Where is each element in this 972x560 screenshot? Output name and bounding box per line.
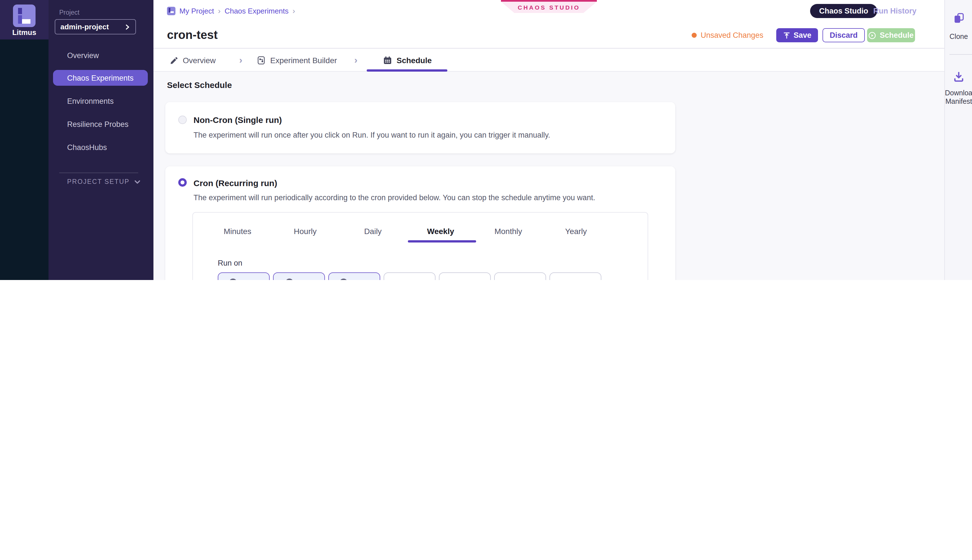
status-badge: Unsaved Changes	[701, 31, 763, 40]
freq-tab-monthly[interactable]: Monthly	[474, 220, 542, 242]
save-button[interactable]: Save	[776, 28, 818, 42]
cron-description: The experiment will run periodically acc…	[193, 193, 595, 202]
chevron-down-icon	[134, 178, 140, 185]
clone-label: Clone	[945, 33, 972, 41]
freq-tab-weekly[interactable]: Weekly	[407, 220, 474, 242]
breadcrumb-chaos-experiments[interactable]: Chaos Experiments	[225, 7, 288, 15]
chevron-right-icon	[125, 24, 130, 30]
check-circle-icon	[228, 278, 237, 280]
cron-radio[interactable]	[178, 178, 187, 187]
clone-button[interactable]	[945, 12, 972, 26]
schedule-button[interactable]: Schedule	[867, 28, 915, 42]
check-circle-icon	[339, 278, 348, 280]
day-button-sun[interactable]: SUN	[549, 272, 601, 280]
download-manifest-label: Download Manifest	[945, 89, 972, 105]
cron-title: Cron (Recurring run)	[193, 178, 277, 188]
builder-icon	[257, 56, 266, 65]
banner-label: CHAOS STUDIO	[501, 2, 597, 13]
tab-schedule[interactable]: Schedule	[383, 49, 432, 72]
project-select[interactable]: admin-project	[55, 19, 136, 34]
weekday-picker: MON TUE WED THU FRI SAT SUN	[218, 272, 601, 280]
breadcrumb-my-project[interactable]: My Project	[179, 7, 214, 15]
sidebar-divider	[59, 173, 138, 173]
left-rail: Litmus A ADMIN	[0, 0, 48, 280]
chaos-studio-toggle[interactable]: Chaos Studio	[810, 4, 877, 18]
sidebar-item-environments[interactable]: Environments	[48, 92, 153, 109]
breadcrumb-separator: ›	[292, 6, 295, 15]
project-setup-label: PROJECT SETUP	[67, 178, 130, 185]
tab-experiment-builder[interactable]: Experiment Builder	[257, 49, 337, 72]
right-action-rail: Clone Download Manifest	[944, 0, 972, 280]
breadcrumb: My Project › Chaos Experiments ›	[167, 6, 295, 15]
unsaved-changes-status: Unsaved Changes	[692, 28, 763, 42]
rail-divider	[949, 54, 972, 55]
breadcrumb-separator: ›	[218, 6, 220, 15]
sidebar: Project admin-project Overview Chaos Exp…	[48, 0, 153, 280]
pencil-icon	[170, 56, 178, 65]
non-cron-title: Non-Cron (Single run)	[193, 115, 282, 125]
freq-tab-daily[interactable]: Daily	[339, 220, 407, 242]
active-tab-underline	[367, 69, 447, 72]
page-title: cron-test	[167, 28, 218, 42]
run-history-link[interactable]: Run History	[873, 7, 917, 15]
litmus-logo-label: Litmus	[0, 28, 48, 37]
freq-tab-minutes[interactable]: Minutes	[203, 220, 271, 242]
experiment-step-tabs: Overview › Experiment Builder › Schedule	[153, 49, 944, 72]
chaos-studio-banner: CHAOS STUDIO	[501, 0, 597, 13]
day-button-mon[interactable]: MON	[218, 272, 270, 280]
play-circle-icon	[869, 31, 876, 39]
tab-overview[interactable]: Overview	[170, 49, 216, 72]
active-frequency-underline	[408, 240, 476, 242]
main-area: My Project › Chaos Experiments › cron-te…	[153, 0, 944, 280]
save-pin-icon	[783, 32, 790, 39]
freq-tab-yearly[interactable]: Yearly	[542, 220, 610, 242]
day-button-thu[interactable]: THU	[383, 272, 435, 280]
step-separator-icon: ›	[354, 49, 357, 72]
download-manifest-button[interactable]	[945, 71, 972, 85]
page-header: My Project › Chaos Experiments › cron-te…	[153, 0, 944, 48]
clone-icon	[953, 12, 965, 24]
day-button-sat[interactable]: SAT	[494, 272, 546, 280]
litmus-app: Litmus A ADMIN Project admin-project Ove…	[0, 0, 972, 280]
sidebar-item-chaoshubs[interactable]: ChaosHubs	[48, 139, 153, 156]
banner-ribbon	[501, 0, 597, 2]
freq-tab-hourly[interactable]: Hourly	[271, 220, 339, 242]
project-name: admin-project	[60, 23, 109, 31]
cron-builder-panel: Minutes Hourly Daily Weekly Monthly Year…	[192, 212, 648, 280]
litmus-logo-icon[interactable]	[13, 5, 35, 27]
unsaved-dot-icon	[692, 33, 697, 38]
sidebar-item-chaos-experiments[interactable]: Chaos Experiments	[53, 70, 148, 86]
day-button-fri[interactable]: FRI	[439, 272, 491, 280]
project-label: Project	[59, 9, 80, 16]
non-cron-description: The experiment will run once after you c…	[193, 131, 550, 139]
sidebar-item-resilience-probes[interactable]: Resilience Probes	[48, 116, 153, 133]
select-schedule-heading: Select Schedule	[167, 80, 232, 90]
frequency-tabs: Minutes Hourly Daily Weekly Monthly Year…	[203, 220, 610, 242]
breadcrumb-logo-icon	[167, 7, 175, 15]
discard-button[interactable]: Discard	[822, 28, 865, 42]
cron-option-card: Cron (Recurring run) The experiment will…	[165, 167, 675, 280]
non-cron-option-card[interactable]: Non-Cron (Single run) The experiment wil…	[165, 102, 675, 153]
step-separator-icon: ›	[239, 49, 242, 72]
check-circle-icon	[285, 278, 294, 280]
non-cron-radio[interactable]	[178, 116, 187, 124]
project-setup-toggle[interactable]: PROJECT SETUP	[67, 178, 140, 185]
day-button-tue[interactable]: TUE	[273, 272, 325, 280]
day-button-wed[interactable]: WED	[328, 272, 380, 280]
run-on-label: Run on	[218, 259, 242, 267]
download-icon	[953, 71, 965, 83]
sidebar-item-overview[interactable]: Overview	[48, 47, 153, 64]
calendar-icon	[383, 56, 392, 65]
